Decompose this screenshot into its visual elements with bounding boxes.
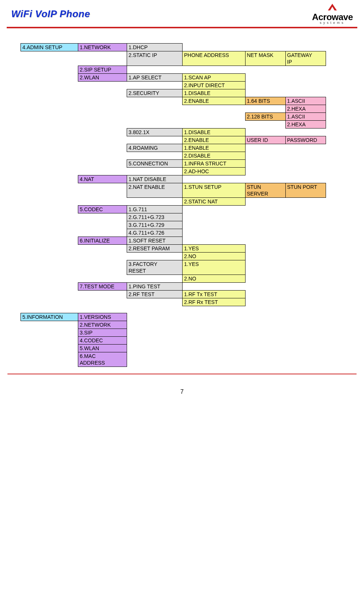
information-table: 5.INFORMATION 1.VERSIONS 2.NETWORK 3.SIP… xyxy=(20,313,127,367)
stun-setup: 1.STUN SETUP xyxy=(183,183,246,198)
factory-no: 2.NO xyxy=(183,275,246,283)
info-sip: 3.SIP xyxy=(78,329,127,337)
gateway-ip: GATEWAYIP xyxy=(285,51,326,66)
page-number: 7 xyxy=(0,389,364,395)
roaming-disable: 2.DISABLE xyxy=(183,152,246,160)
header: WiFi VoIP Phone Acrowave systems xyxy=(0,0,364,27)
g711-726: 4.G.711+G.726 xyxy=(127,229,183,237)
security-label: 2.SECURITY xyxy=(127,89,183,97)
info-root: 5.INFORMATION xyxy=(21,313,78,321)
admin-setup-table: 4.ADMIN SETUP 1.NETWORK 1.DHCP 2.STATIC … xyxy=(20,43,326,306)
g711: 1.G.711 xyxy=(127,206,183,213)
init-label: 6.INITIALIZE xyxy=(78,237,127,245)
roaming-enable: 1.ENABLE xyxy=(183,144,246,152)
factory-yes: 1.YES xyxy=(183,260,246,275)
nat-disable: 1.NAT DISABLE xyxy=(127,175,183,183)
hexa-2: 2.HEXA xyxy=(285,121,326,129)
nat-enable: 2.NAT ENABLE xyxy=(127,183,183,198)
user-id: USER ID xyxy=(245,136,285,144)
info-network: 2.NETWORK xyxy=(78,321,127,329)
wlan-label: 2.WLAN xyxy=(78,74,127,82)
dot1x-enable: 2.ENABLE xyxy=(183,136,246,144)
phone-address: PHONE ADDRESS xyxy=(183,51,246,66)
ap-select: 1.AP SELECT xyxy=(127,74,183,82)
info-wlan: 5.WLAN xyxy=(78,345,127,352)
infra-struct: 1.INFRA STRUCT xyxy=(183,160,246,168)
ping-test: 1.PING TEST xyxy=(127,283,183,291)
info-mac: 6.MACADDRESS xyxy=(78,352,127,367)
logo-icon xyxy=(326,3,339,13)
bits-64: 1.64 BITS xyxy=(245,97,285,105)
rf-tx: 1.RF Tx TEST xyxy=(183,291,246,298)
header-divider xyxy=(7,27,357,28)
sip-setup: 2.SIP SETUP xyxy=(78,66,127,74)
dhcp: 1.DHCP xyxy=(127,44,183,51)
dot1x-label: 3.802.1X xyxy=(127,129,183,136)
info-versions: 1.VERSIONS xyxy=(78,313,127,321)
connection-label: 5.CONNECTION xyxy=(127,160,183,168)
footer-divider xyxy=(7,374,357,374)
g711-729: 3.G.711+G.729 xyxy=(127,221,183,229)
factory-reset: 3.FACTORYRESET xyxy=(127,260,183,275)
logo: Acrowave systems xyxy=(312,3,353,25)
hexa-1: 2.HEXA xyxy=(285,105,326,113)
page-title: WiFi VoIP Phone xyxy=(11,8,90,20)
scan-ap: 1.SCAN AP xyxy=(183,74,246,82)
static-nat: 2.STATIC NAT xyxy=(183,198,246,206)
bits-128: 2.128 BITS xyxy=(245,113,285,121)
g711-723: 2.G.711+G.723 xyxy=(127,213,183,221)
admin-root: 4.ADMIN SETUP xyxy=(21,44,78,51)
logo-text: Acrowave xyxy=(312,13,353,22)
net-mask: NET MASK xyxy=(245,51,285,66)
test-mode-label: 7.TEST MODE xyxy=(78,283,127,291)
codec-label: 5.CODEC xyxy=(78,206,127,213)
dot1x-disable: 1.DISABLE xyxy=(183,129,246,136)
ascii-2: 1.ASCII xyxy=(285,113,326,121)
ascii-1: 1.ASCII xyxy=(285,97,326,105)
stun-server: STUNSERVER xyxy=(245,183,285,198)
input-direct: 2.INPUT DIRECT xyxy=(183,82,246,89)
sec-enable: 2.ENABLE xyxy=(183,97,246,105)
reset-param: 2.RESET PARAM xyxy=(127,245,183,253)
soft-reset: 1.SOFT RESET xyxy=(127,237,183,245)
logo-subtext: systems xyxy=(320,21,345,25)
stun-port: STUN PORT xyxy=(285,183,326,198)
static-ip-label: 2.STATIC IP xyxy=(127,51,183,66)
info-codec: 4.CODEC xyxy=(78,337,127,345)
password: PASSWORD xyxy=(285,136,326,144)
network-label: 1.NETWORK xyxy=(78,44,127,51)
ad-hoc: 2.AD-HOC xyxy=(183,168,246,175)
reset-no: 2.NO xyxy=(183,253,246,260)
rf-rx: 2.RF Rx TEST xyxy=(183,298,246,306)
roaming-label: 4.ROAMING xyxy=(127,144,183,152)
sec-disable: 1.DISABLE xyxy=(183,89,246,97)
rf-test: 2.RF TEST xyxy=(127,291,183,298)
reset-yes: 1.YES xyxy=(183,245,246,253)
nat-label: 4.NAT xyxy=(78,175,127,183)
